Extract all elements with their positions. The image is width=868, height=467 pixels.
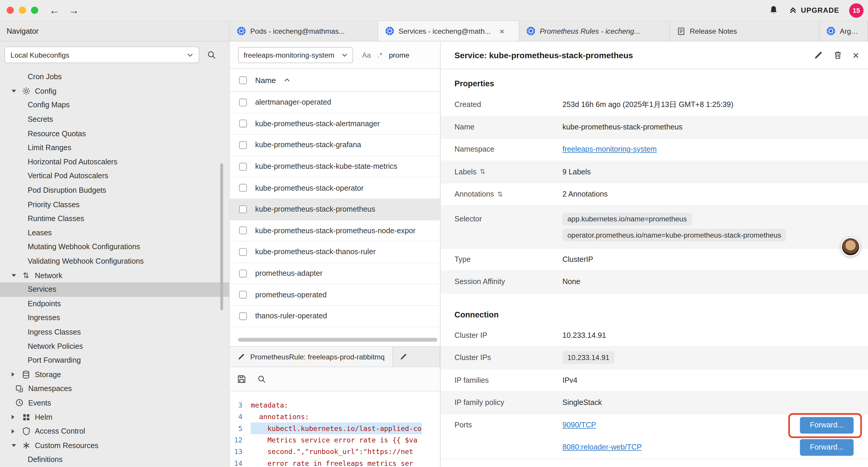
sidebar-scrollbar[interactable] [220, 164, 223, 310]
row-checkbox[interactable] [239, 205, 247, 213]
sort-asc-icon[interactable] [284, 78, 290, 82]
editor-tab-partial[interactable] [393, 347, 440, 367]
sidebar-item-validating-webhook-configurations[interactable]: Validating Webhook Configurations [0, 254, 229, 268]
close-drawer-icon[interactable]: × [852, 50, 859, 61]
sidebar-item-config-maps[interactable]: Config Maps [0, 98, 229, 112]
row-checkbox[interactable] [239, 291, 247, 298]
table-row[interactable]: kube-prometheus-stack-prometheus-node-ex… [230, 220, 440, 241]
table-row[interactable]: kube-prometheus-stack-alertmanager [230, 113, 440, 135]
created-value: 253d 16h 6m ago (2025年1月13日 GMT+8 1:25:3… [562, 99, 868, 110]
row-checkbox[interactable] [239, 269, 247, 277]
sidebar-search-icon[interactable] [207, 50, 217, 60]
back-button[interactable]: ← [49, 4, 60, 16]
user-avatar[interactable] [841, 237, 860, 257]
sidebar-item-port-forwarding[interactable]: Port Forwarding [0, 353, 229, 368]
kubeconfig-selector-value: Local Kubeconfigs [11, 51, 69, 59]
delete-trash-icon[interactable] [834, 51, 842, 60]
row-checkbox[interactable] [239, 227, 247, 234]
sidebar-item-custom-resources[interactable]: Custom Resources [0, 438, 229, 453]
minimize-window-button[interactable] [19, 6, 26, 13]
forward-port-button-8080[interactable]: Forward... [800, 439, 854, 456]
sidebar-item-namespaces[interactable]: Namespaces [0, 382, 229, 396]
row-checkbox[interactable] [239, 120, 247, 127]
tab-pods[interactable]: Pods - icecheng@mathmas... [230, 21, 378, 41]
table-row[interactable]: kube-prometheus-stack-operator [230, 177, 440, 199]
upgrade-button[interactable]: UPGRADE [789, 6, 839, 14]
kubernetes-icon [385, 27, 394, 35]
tab-close-icon[interactable]: × [500, 27, 504, 35]
notification-count-badge[interactable]: 15 [849, 3, 864, 18]
sidebar-item-leases[interactable]: Leases [0, 226, 229, 240]
sidebar-item-mutating-webhook-configurations[interactable]: Mutating Webhook Configurations [0, 240, 229, 254]
edit-pencil-icon[interactable] [814, 51, 824, 60]
sidebar-item-storage[interactable]: Storage [0, 368, 229, 382]
chevron-right-icon [11, 372, 17, 377]
tab-services[interactable]: Services - icecheng@math... × [378, 21, 519, 41]
list-search-input[interactable]: Aa .* prome [362, 51, 409, 59]
sidebar-item-events[interactable]: Events [0, 396, 229, 410]
tab-prometheus-rules[interactable]: Prometheus Rules - icecheng... [519, 21, 670, 41]
notifications-bell-icon[interactable] [768, 5, 779, 16]
select-all-checkbox[interactable] [239, 76, 247, 84]
match-case-toggle[interactable]: Aa [362, 51, 371, 59]
table-row[interactable]: kube-prometheus-stack-grafana [230, 135, 440, 156]
sidebar-item-definitions[interactable]: Definitions [0, 453, 229, 467]
navigator-label: Navigator [6, 27, 38, 35]
sidebar-item-vertical-pod-autoscalers[interactable]: Vertical Pod Autoscalers [0, 169, 229, 183]
code-line: 14 error rate in freeleaps metrics ser [230, 458, 440, 467]
name-column-header[interactable]: Name [255, 76, 276, 85]
tab-argo[interactable]: Argo Se [819, 21, 868, 41]
sidebar-item-endpoints[interactable]: Endpoints [0, 296, 229, 311]
port-link-8080[interactable]: 8080:reloader-web/TCP [562, 443, 642, 451]
tab-label: Release Notes [690, 27, 737, 35]
row-checkbox[interactable] [239, 184, 247, 192]
sidebar-item-horizontal-pod-autoscalers[interactable]: Horizontal Pod Autoscalers [0, 155, 229, 169]
sidebar-item-ingresses[interactable]: Ingresses [0, 311, 229, 325]
horizontal-scrollbar[interactable] [238, 338, 438, 342]
kubeconfig-selector[interactable]: Local Kubeconfigs [4, 47, 199, 63]
sidebar-item-access-control[interactable]: Access Control [0, 424, 229, 438]
forward-port-button-9090[interactable]: Forward... [800, 417, 854, 433]
row-checkbox[interactable] [239, 163, 247, 170]
port-link-9090[interactable]: 9090/TCP [562, 421, 596, 429]
namespace-link[interactable]: freeleaps-monitoring-system [562, 145, 657, 153]
sidebar-item-limit-ranges[interactable]: Limit Ranges [0, 141, 229, 155]
namespace-filter-select[interactable]: freeleaps-monitoring-system [238, 47, 353, 63]
table-row-selected[interactable]: kube-prometheus-stack-prometheus [230, 199, 440, 220]
sidebar-item-secrets[interactable]: Secrets [0, 112, 229, 126]
row-checkbox[interactable] [239, 248, 247, 256]
yaml-editor[interactable]: 3metadata: 4 annotations: 5 kubectl.kube… [230, 391, 440, 467]
table-row[interactable]: alertmanager-operated [230, 92, 440, 113]
sidebar-item-ingress-classes[interactable]: Ingress Classes [0, 325, 229, 339]
editor-search-icon[interactable] [257, 375, 266, 384]
sidebar-item-services[interactable]: Services [0, 282, 229, 296]
service-name: kube-prometheus-stack-alertmanager [255, 120, 380, 128]
table-row[interactable]: prometheus-operated [230, 284, 440, 305]
forward-button[interactable]: → [68, 4, 79, 16]
expand-labels-icon[interactable]: ⇅ [480, 168, 486, 176]
table-row[interactable]: kube-prometheus-stack-kube-state-metrics [230, 156, 440, 177]
sidebar-item-pod-disruption-budgets[interactable]: Pod Disruption Budgets [0, 183, 229, 198]
sidebar-item-helm[interactable]: Helm [0, 410, 229, 424]
sidebar-item-cron-jobs[interactable]: Cron Jobs [0, 70, 229, 84]
zoom-window-button[interactable] [31, 6, 38, 13]
sidebar-item-network[interactable]: ⇅ Network [0, 268, 229, 282]
table-row[interactable]: prometheus-adapter [230, 263, 440, 284]
sidebar-item-priority-classes[interactable]: Priority Classes [0, 198, 229, 212]
tab-release-notes[interactable]: Release Notes [670, 21, 819, 41]
row-checkbox[interactable] [239, 312, 247, 320]
chevron-right-icon [11, 415, 17, 419]
row-checkbox[interactable] [239, 141, 247, 149]
table-row[interactable]: thanos-ruler-operated [230, 305, 440, 327]
sidebar-item-network-policies[interactable]: Network Policies [0, 339, 229, 353]
expand-annotations-icon[interactable]: ⇅ [497, 191, 503, 198]
sidebar-item-resource-quotas[interactable]: Resource Quotas [0, 126, 229, 141]
close-window-button[interactable] [6, 6, 13, 13]
row-checkbox[interactable] [239, 98, 247, 106]
regex-toggle[interactable]: .* [378, 51, 382, 59]
save-icon[interactable] [237, 375, 246, 384]
editor-tab-prometheusrule[interactable]: PrometheusRule: freeleaps-prod-rabbitmq [230, 347, 393, 367]
sidebar-item-runtime-classes[interactable]: Runtime Classes [0, 212, 229, 226]
sidebar-item-config[interactable]: Config [0, 84, 229, 98]
table-row[interactable]: kube-prometheus-stack-thanos-ruler [230, 241, 440, 263]
